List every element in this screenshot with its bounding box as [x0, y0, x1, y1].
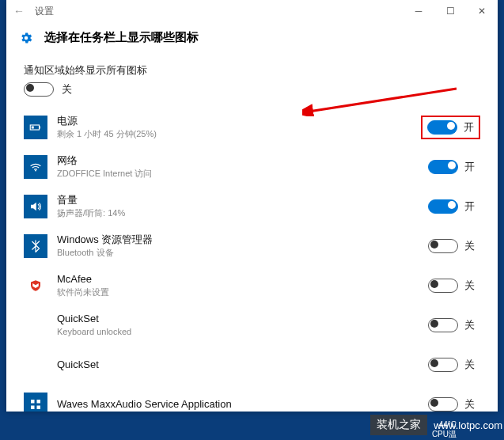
item-texts: 音量扬声器/听筒: 14% [57, 194, 428, 218]
item-toggle-group: 开 [428, 160, 480, 174]
watermark-url: www.lotpc.com [427, 419, 502, 431]
list-item: 网络ZDOFFICE Internet 访问开 [24, 147, 480, 187]
item-toggle-group: 关 [428, 318, 480, 332]
svg-rect-6 [31, 406, 35, 410]
item-texts: 网络ZDOFFICE Internet 访问 [57, 154, 428, 179]
item-toggle[interactable] [428, 199, 458, 214]
battery-icon [24, 116, 47, 139]
list-item: 音量扬声器/听筒: 14%开 [24, 187, 480, 226]
content-body: 通知区域始终显示所有图标 关 电源剩余 1 小时 45 分钟(25%)开网络ZD… [6, 55, 498, 412]
item-title: Waves MaxxAudio Service Application [57, 398, 428, 412]
item-toggle-group: 关 [428, 358, 480, 372]
titlebar-title: 设置 [32, 5, 403, 18]
bluetooth-icon [24, 234, 47, 258]
svg-rect-1 [40, 127, 41, 129]
watermark: 装机之家 www.lotpc.com [370, 415, 502, 435]
svg-rect-4 [31, 400, 35, 404]
item-title: 网络 [57, 154, 428, 168]
close-button[interactable]: ✕ [466, 0, 498, 22]
item-subtitle: Keyboard unlocked [57, 326, 428, 337]
item-toggle-state: 开 [464, 120, 474, 135]
item-toggle[interactable] [428, 358, 458, 372]
item-title: Windows 资源管理器 [57, 233, 428, 247]
item-toggle[interactable] [428, 318, 458, 332]
list-item: Windows 资源管理器Bluetooth 设备关 [24, 226, 480, 266]
item-toggle[interactable] [428, 279, 458, 293]
minimize-button[interactable]: ─ [403, 0, 434, 22]
highlighted-toggle: 开 [421, 116, 480, 139]
item-title: QuickSet [57, 313, 428, 326]
item-toggle-group: 关 [428, 397, 480, 412]
item-texts: Windows 资源管理器Bluetooth 设备 [57, 233, 428, 258]
item-toggle-group: 关 [428, 239, 480, 253]
item-toggle-state: 关 [464, 397, 475, 412]
page-title: 选择在任务栏上显示哪些图标 [44, 30, 199, 45]
item-toggle[interactable] [428, 239, 458, 253]
list-item: Waves MaxxAudio Service Application关 [24, 385, 480, 412]
svg-rect-5 [37, 400, 41, 404]
master-toggle-label: 通知区域始终显示所有图标 [24, 63, 480, 78]
item-texts: 电源剩余 1 小时 45 分钟(25%) [57, 115, 421, 139]
item-toggle[interactable] [427, 120, 457, 135]
blank-icon [24, 353, 47, 377]
speaker-icon [24, 195, 47, 218]
item-toggle-state: 关 [464, 279, 475, 293]
item-texts: QuickSet [57, 358, 428, 372]
icon-list: 电源剩余 1 小时 45 分钟(25%)开网络ZDOFFICE Internet… [24, 108, 480, 412]
item-toggle-state: 开 [464, 160, 475, 174]
svg-rect-2 [32, 127, 34, 129]
list-item: 电源剩余 1 小时 45 分钟(25%)开 [24, 108, 480, 147]
item-toggle-state: 关 [464, 318, 475, 332]
svg-point-3 [35, 170, 36, 172]
gear-icon [19, 31, 33, 45]
item-title: McAfee [57, 273, 428, 286]
blank-icon [24, 313, 47, 337]
item-toggle-state: 开 [464, 199, 475, 214]
item-subtitle: ZDOFFICE Internet 访问 [57, 168, 428, 179]
item-toggle-state: 关 [464, 239, 475, 253]
item-subtitle: 扬声器/听筒: 14% [57, 207, 428, 218]
waves-icon [24, 393, 47, 412]
item-subtitle: 软件尚未设置 [57, 286, 428, 298]
item-toggle-group: 开 [428, 199, 480, 214]
item-texts: QuickSetKeyboard unlocked [57, 313, 428, 337]
item-toggle-group: 关 [428, 279, 480, 293]
watermark-label: 装机之家 [370, 415, 427, 435]
page-header: 选择在任务栏上显示哪些图标 [6, 22, 498, 55]
maximize-button[interactable]: ☐ [434, 0, 466, 22]
svg-rect-7 [37, 406, 41, 410]
item-subtitle: Bluetooth 设备 [57, 247, 428, 258]
wifi-icon [24, 155, 47, 179]
master-toggle-state: 关 [62, 82, 72, 97]
item-title: 音量 [57, 194, 428, 207]
list-item: QuickSetKeyboard unlocked关 [24, 305, 480, 345]
item-title: QuickSet [57, 358, 428, 372]
item-toggle-state: 关 [464, 358, 475, 372]
item-toggle[interactable] [428, 397, 458, 412]
mcafee-icon [24, 274, 47, 298]
list-item: McAfee软件尚未设置关 [24, 266, 480, 305]
item-texts: McAfee软件尚未设置 [57, 273, 428, 298]
item-subtitle: 剩余 1 小时 45 分钟(25%) [57, 128, 421, 139]
list-item: QuickSet关 [24, 345, 480, 385]
back-button[interactable]: ← [6, 5, 32, 17]
item-texts: Waves MaxxAudio Service Application [57, 398, 428, 412]
master-toggle[interactable] [24, 82, 54, 97]
master-toggle-row: 关 [24, 82, 480, 97]
settings-window: ← 设置 ─ ☐ ✕ 选择在任务栏上显示哪些图标 通知区域始终显示所有图标 关 … [6, 0, 498, 412]
item-toggle[interactable] [428, 160, 458, 174]
item-title: 电源 [57, 115, 421, 128]
titlebar: ← 设置 ─ ☐ ✕ [6, 0, 498, 22]
